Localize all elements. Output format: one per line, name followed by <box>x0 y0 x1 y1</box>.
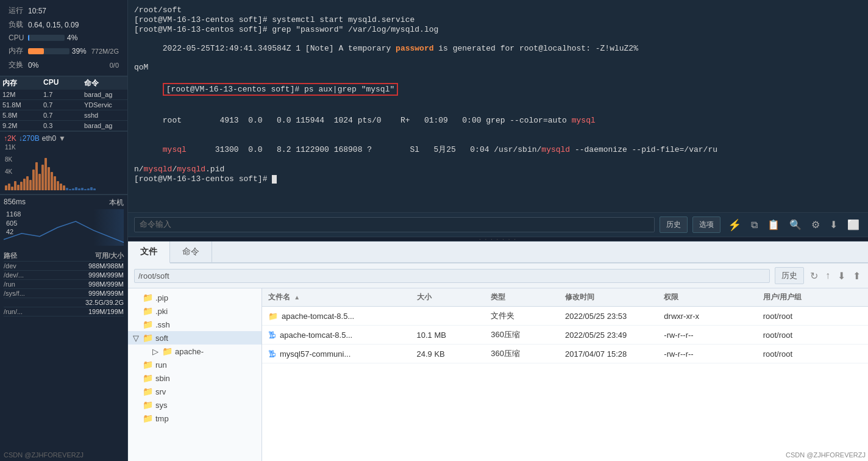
disk-row[interactable]: /dev 988M/988M <box>4 262 124 271</box>
watermark-bottom: CSDN @ZJHFOREVERZJ <box>786 451 866 459</box>
net-down: ↓270B <box>19 134 40 143</box>
fm-refresh-icon[interactable]: ↻ <box>809 269 819 283</box>
load-value: 0.64, 0.15, 0.09 <box>28 21 79 29</box>
tree-item[interactable]: 📁 .pip <box>128 291 261 304</box>
term-line: qoM <box>134 63 862 72</box>
disk-row[interactable]: 32.5G/39.2G <box>4 298 124 307</box>
cpu-percent: 4% <box>67 34 77 42</box>
file-zip-icon: 🗜 <box>268 349 276 359</box>
swap-label: 交换 <box>9 60 26 70</box>
folder-icon: 📁 <box>143 360 153 370</box>
mem-percent: 39% <box>72 47 87 55</box>
tree-item-soft[interactable]: ▽ 📁 soft <box>128 331 261 345</box>
term-line: [root@VM-16-13-centos soft]# systemctl s… <box>134 15 862 24</box>
mem-bar-fill <box>28 48 44 54</box>
tree-item[interactable]: 📁 tmp <box>128 412 261 425</box>
watermark: CSDN @ZJHFOREVERZJ <box>0 449 127 461</box>
tree-item[interactable]: ▷ 📁 apache- <box>128 345 261 358</box>
term-line: mysql 31300 0.0 8.2 1122900 168908 ? Sl … <box>134 135 862 164</box>
swap-value: 0/0 <box>110 62 119 69</box>
swap-percent: 0% <box>28 61 38 70</box>
terminal[interactable]: /root/soft [root@VM-16-13-centos soft]# … <box>128 0 868 212</box>
term-line: n/mysqld/mysqld.pid <box>134 165 862 174</box>
file-row[interactable]: 📁apache-tomcat-8.5... 文件夹 2022/05/25 23:… <box>262 307 868 326</box>
options-button[interactable]: 选项 <box>692 216 720 233</box>
process-table: 内存 CPU 命令 12M1.7barad_ag 51.8M0.7YDServi… <box>0 76 127 132</box>
settings-icon[interactable]: ⚙ <box>809 218 822 232</box>
folder-icon: 📁 <box>143 400 153 410</box>
file-row[interactable]: 🗜mysql57-communi... 24.9 KB 360压缩 2017/0… <box>262 345 868 363</box>
fm-history-button[interactable]: 历史 <box>775 267 804 284</box>
col-filename: 文件名 ▲ <box>268 292 417 302</box>
tab-cmd[interactable]: 命令 <box>170 241 212 262</box>
mem-value: 772M/2G <box>91 48 119 55</box>
col-size: 大小 <box>417 292 491 302</box>
tree-item[interactable]: 📁 sbin <box>128 371 261 385</box>
disk-row[interactable]: /sys/f... 999M/999M <box>4 289 124 298</box>
fm-list-header: 文件名 ▲ 大小 类型 修改时间 权限 用户/用户组 <box>262 288 868 307</box>
window-icon[interactable]: ⬜ <box>845 218 862 232</box>
download-icon[interactable]: ⬇ <box>827 218 840 232</box>
ping-section: 856ms 本机 1168 605 42 <box>0 195 127 248</box>
cpu-bar <box>28 35 65 41</box>
proc-row[interactable]: 51.8M0.7YDServic <box>0 100 127 110</box>
col-user: 用户/用户组 <box>763 292 862 302</box>
command-input[interactable] <box>134 217 655 232</box>
tree-item[interactable]: 📁 srv <box>128 385 261 398</box>
file-tree: 📁 .pip 📁 .pki 📁 .ssh ▽ 📁 soft <box>128 288 262 461</box>
tree-item[interactable]: 📁 .pki <box>128 304 261 318</box>
search-icon[interactable]: 🔍 <box>787 218 804 232</box>
net-chart-bars <box>4 143 124 191</box>
ping-chart: 1168 605 42 <box>4 209 124 246</box>
lightning-icon[interactable]: ⚡ <box>725 217 744 233</box>
main-area: /root/soft [root@VM-16-13-centos soft]# … <box>128 0 868 461</box>
proc-row[interactable]: 5.8M0.7sshd <box>0 110 127 121</box>
folder-icon: 📁 <box>143 333 153 343</box>
ping-target: 本机 <box>109 198 124 208</box>
copy-icon[interactable]: ⧉ <box>749 218 760 232</box>
disk-header-size: 可用/大小 <box>95 251 124 260</box>
mem-label: 内存 <box>9 46 26 56</box>
col-type: 类型 <box>491 292 565 302</box>
fm-up-icon[interactable]: ↑ <box>824 269 831 282</box>
proc-row[interactable]: 9.2M0.3barad_ag <box>0 121 127 131</box>
folder-icon: 📁 <box>143 387 153 396</box>
fm-toolbar: /root/soft 历史 ↻ ↑ ⬇ ⬆ <box>128 263 868 288</box>
proc-header: 内存 CPU 命令 <box>0 77 127 90</box>
term-line-boxed: [root@VM-16-13-centos soft]# ps aux|grep… <box>134 73 862 106</box>
tab-file[interactable]: 文件 <box>128 241 170 263</box>
network-section: ↑2K ↓270B eth0 ▼ <box>0 132 127 195</box>
term-line: root 4913 0.0 0.0 115944 1024 pts/0 R+ 0… <box>134 107 862 134</box>
tree-item[interactable]: 📁 .ssh <box>128 318 261 331</box>
fm-download-icon[interactable]: ⬆ <box>852 269 862 283</box>
file-row[interactable]: 🗜apache-tomcat-8.5... 10.1 MB 360压缩 2022… <box>262 326 868 345</box>
fm-body: 📁 .pip 📁 .pki 📁 .ssh ▽ 📁 soft <box>128 288 868 461</box>
mem-bar <box>28 48 69 54</box>
disk-header-path: 路径 <box>4 251 17 260</box>
cpu-bar-fill <box>28 35 29 41</box>
cpu-label: CPU <box>9 34 26 42</box>
term-line: /root/soft <box>134 5 862 15</box>
history-button[interactable]: 历史 <box>660 216 688 233</box>
proc-col-cpu: CPU <box>43 78 84 88</box>
folder-icon: 📁 <box>143 413 153 423</box>
disk-row[interactable]: /dev/... 999M/999M <box>4 271 124 280</box>
tree-item[interactable]: 📁 sys <box>128 398 261 412</box>
col-perm: 权限 <box>664 292 763 302</box>
file-manager: 文件 命令 /root/soft 历史 ↻ ↑ ⬇ ⬆ 📁 .pip 📁 <box>128 241 868 461</box>
folder-icon: 📁 <box>162 346 173 356</box>
net-up: ↑2K <box>4 134 16 143</box>
resize-handle[interactable]: · · · · · · · <box>128 237 868 241</box>
disk-row[interactable]: /run/... 199M/199M <box>4 307 124 316</box>
folder-icon: 📁 <box>143 293 153 302</box>
paste-icon[interactable]: 📋 <box>765 218 782 232</box>
tree-item[interactable]: 📁 run <box>128 358 261 371</box>
fm-upload-icon[interactable]: ⬇ <box>836 269 847 283</box>
proc-row[interactable]: 12M1.7barad_ag <box>0 90 127 100</box>
uptime-section: 运行 10:57 负载 0.64, 0.15, 0.09 CPU 4% 内存 3… <box>0 0 127 76</box>
file-zip-icon: 🗜 <box>268 331 276 340</box>
disk-row[interactable]: /run 998M/999M <box>4 280 124 289</box>
folder-icon: 📁 <box>143 306 153 316</box>
folder-icon: 📁 <box>143 320 153 329</box>
folder-icon: 📁 <box>143 373 153 383</box>
